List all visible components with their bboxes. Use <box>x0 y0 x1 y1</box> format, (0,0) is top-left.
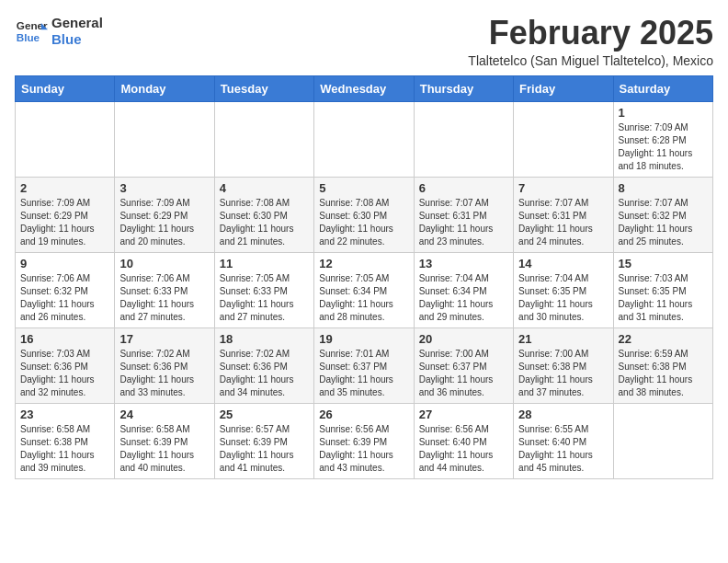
day-number: 6 <box>419 181 508 195</box>
calendar-cell: 14Sunrise: 7:04 AM Sunset: 6:35 PM Dayli… <box>514 252 613 327</box>
day-info: Sunrise: 6:58 AM Sunset: 6:39 PM Dayligh… <box>119 423 209 475</box>
day-info: Sunrise: 7:06 AM Sunset: 6:33 PM Dayligh… <box>119 272 209 324</box>
calendar-cell: 2Sunrise: 7:09 AM Sunset: 6:29 PM Daylig… <box>16 177 115 252</box>
day-number: 24 <box>119 408 209 421</box>
calendar-week-row: 1Sunrise: 7:09 AM Sunset: 6:28 PM Daylig… <box>16 101 713 177</box>
day-info: Sunrise: 7:08 AM Sunset: 6:30 PM Dayligh… <box>220 197 309 248</box>
day-info: Sunrise: 7:05 AM Sunset: 6:34 PM Dayligh… <box>319 272 408 324</box>
weekday-header-thursday: Thursday <box>414 75 513 101</box>
day-number: 5 <box>319 181 408 195</box>
day-number: 8 <box>619 181 708 195</box>
day-info: Sunrise: 6:58 AM Sunset: 6:38 PM Dayligh… <box>20 423 109 475</box>
calendar-cell: 17Sunrise: 7:02 AM Sunset: 6:36 PM Dayli… <box>115 327 214 403</box>
day-info: Sunrise: 7:09 AM Sunset: 6:29 PM Dayligh… <box>119 197 209 248</box>
day-info: Sunrise: 6:56 AM Sunset: 6:40 PM Dayligh… <box>419 423 508 475</box>
day-info: Sunrise: 7:02 AM Sunset: 6:36 PM Dayligh… <box>119 348 209 399</box>
calendar-cell <box>514 101 613 177</box>
day-info: Sunrise: 7:08 AM Sunset: 6:30 PM Dayligh… <box>319 197 408 248</box>
day-number: 3 <box>119 181 209 195</box>
calendar-cell: 24Sunrise: 6:58 AM Sunset: 6:39 PM Dayli… <box>115 403 214 478</box>
day-number: 20 <box>419 332 508 346</box>
calendar-cell: 9Sunrise: 7:06 AM Sunset: 6:32 PM Daylig… <box>16 252 115 327</box>
day-info: Sunrise: 7:07 AM Sunset: 6:31 PM Dayligh… <box>518 197 608 248</box>
location-subtitle: Tlaltetelco (San Miguel Tlaltetelco), Me… <box>468 53 713 68</box>
calendar-cell <box>214 101 313 177</box>
weekday-header-saturday: Saturday <box>613 75 712 101</box>
day-number: 10 <box>119 257 209 270</box>
calendar-cell <box>613 403 712 478</box>
day-info: Sunrise: 6:59 AM Sunset: 6:38 PM Dayligh… <box>619 348 708 399</box>
weekday-header-row: SundayMondayTuesdayWednesdayThursdayFrid… <box>16 75 713 101</box>
calendar-cell: 21Sunrise: 7:00 AM Sunset: 6:38 PM Dayli… <box>514 327 613 403</box>
day-info: Sunrise: 6:56 AM Sunset: 6:39 PM Dayligh… <box>319 423 408 475</box>
day-number: 9 <box>20 257 109 270</box>
day-info: Sunrise: 7:01 AM Sunset: 6:37 PM Dayligh… <box>319 348 408 399</box>
calendar-cell: 15Sunrise: 7:03 AM Sunset: 6:35 PM Dayli… <box>613 252 712 327</box>
calendar-cell: 28Sunrise: 6:55 AM Sunset: 6:40 PM Dayli… <box>514 403 613 478</box>
calendar-cell: 25Sunrise: 6:57 AM Sunset: 6:39 PM Dayli… <box>214 403 313 478</box>
calendar-cell: 16Sunrise: 7:03 AM Sunset: 6:36 PM Dayli… <box>16 327 115 403</box>
day-number: 22 <box>619 332 708 346</box>
logo-general: General <box>51 15 103 31</box>
logo: General Blue General Blue <box>15 15 103 48</box>
page-header: General Blue General Blue February 2025 … <box>15 15 713 68</box>
day-info: Sunrise: 6:57 AM Sunset: 6:39 PM Dayligh… <box>220 423 309 475</box>
day-info: Sunrise: 7:09 AM Sunset: 6:28 PM Dayligh… <box>619 121 708 173</box>
calendar-week-row: 2Sunrise: 7:09 AM Sunset: 6:29 PM Daylig… <box>16 177 713 252</box>
day-info: Sunrise: 7:07 AM Sunset: 6:32 PM Dayligh… <box>619 197 708 248</box>
day-info: Sunrise: 6:55 AM Sunset: 6:40 PM Dayligh… <box>518 423 608 475</box>
day-number: 21 <box>518 332 608 346</box>
day-number: 19 <box>319 332 408 346</box>
day-number: 18 <box>220 332 309 346</box>
weekday-header-sunday: Sunday <box>16 75 115 101</box>
calendar-week-row: 23Sunrise: 6:58 AM Sunset: 6:38 PM Dayli… <box>16 403 713 478</box>
day-info: Sunrise: 7:02 AM Sunset: 6:36 PM Dayligh… <box>220 348 309 399</box>
calendar-cell: 18Sunrise: 7:02 AM Sunset: 6:36 PM Dayli… <box>214 327 313 403</box>
calendar-cell: 10Sunrise: 7:06 AM Sunset: 6:33 PM Dayli… <box>115 252 214 327</box>
weekday-header-wednesday: Wednesday <box>314 75 414 101</box>
day-info: Sunrise: 7:05 AM Sunset: 6:33 PM Dayligh… <box>220 272 309 324</box>
day-info: Sunrise: 7:00 AM Sunset: 6:38 PM Dayligh… <box>518 348 608 399</box>
day-info: Sunrise: 7:03 AM Sunset: 6:35 PM Dayligh… <box>619 272 708 324</box>
logo-icon: General Blue <box>15 15 48 48</box>
calendar-cell: 3Sunrise: 7:09 AM Sunset: 6:29 PM Daylig… <box>115 177 214 252</box>
day-number: 17 <box>119 332 209 346</box>
day-number: 25 <box>220 408 309 421</box>
day-info: Sunrise: 7:00 AM Sunset: 6:37 PM Dayligh… <box>419 348 508 399</box>
calendar-cell <box>414 101 513 177</box>
day-number: 26 <box>319 408 408 421</box>
day-info: Sunrise: 7:03 AM Sunset: 6:36 PM Dayligh… <box>20 348 109 399</box>
calendar-cell: 12Sunrise: 7:05 AM Sunset: 6:34 PM Dayli… <box>314 252 414 327</box>
day-number: 1 <box>619 106 708 120</box>
day-info: Sunrise: 7:06 AM Sunset: 6:32 PM Dayligh… <box>20 272 109 324</box>
calendar-cell: 7Sunrise: 7:07 AM Sunset: 6:31 PM Daylig… <box>514 177 613 252</box>
weekday-header-monday: Monday <box>115 75 214 101</box>
calendar-table: SundayMondayTuesdayWednesdayThursdayFrid… <box>15 75 713 479</box>
day-info: Sunrise: 7:09 AM Sunset: 6:29 PM Dayligh… <box>20 197 109 248</box>
day-number: 7 <box>518 181 608 195</box>
day-info: Sunrise: 7:04 AM Sunset: 6:35 PM Dayligh… <box>518 272 608 324</box>
calendar-cell: 6Sunrise: 7:07 AM Sunset: 6:31 PM Daylig… <box>414 177 513 252</box>
calendar-cell: 22Sunrise: 6:59 AM Sunset: 6:38 PM Dayli… <box>613 327 712 403</box>
day-number: 15 <box>619 257 708 270</box>
calendar-cell: 27Sunrise: 6:56 AM Sunset: 6:40 PM Dayli… <box>414 403 513 478</box>
weekday-header-friday: Friday <box>514 75 613 101</box>
calendar-cell: 11Sunrise: 7:05 AM Sunset: 6:33 PM Dayli… <box>214 252 313 327</box>
day-number: 23 <box>20 408 109 421</box>
day-number: 12 <box>319 257 408 270</box>
day-number: 11 <box>220 257 309 270</box>
title-block: February 2025 Tlaltetelco (San Miguel Tl… <box>468 15 713 68</box>
day-number: 4 <box>220 181 309 195</box>
calendar-week-row: 9Sunrise: 7:06 AM Sunset: 6:32 PM Daylig… <box>16 252 713 327</box>
day-number: 27 <box>419 408 508 421</box>
day-number: 16 <box>20 332 109 346</box>
calendar-cell: 1Sunrise: 7:09 AM Sunset: 6:28 PM Daylig… <box>613 101 712 177</box>
day-number: 14 <box>518 257 608 270</box>
day-info: Sunrise: 7:04 AM Sunset: 6:34 PM Dayligh… <box>419 272 508 324</box>
calendar-cell: 5Sunrise: 7:08 AM Sunset: 6:30 PM Daylig… <box>314 177 414 252</box>
weekday-header-tuesday: Tuesday <box>214 75 313 101</box>
calendar-cell: 4Sunrise: 7:08 AM Sunset: 6:30 PM Daylig… <box>214 177 313 252</box>
calendar-cell: 8Sunrise: 7:07 AM Sunset: 6:32 PM Daylig… <box>613 177 712 252</box>
calendar-cell <box>314 101 414 177</box>
calendar-week-row: 16Sunrise: 7:03 AM Sunset: 6:36 PM Dayli… <box>16 327 713 403</box>
